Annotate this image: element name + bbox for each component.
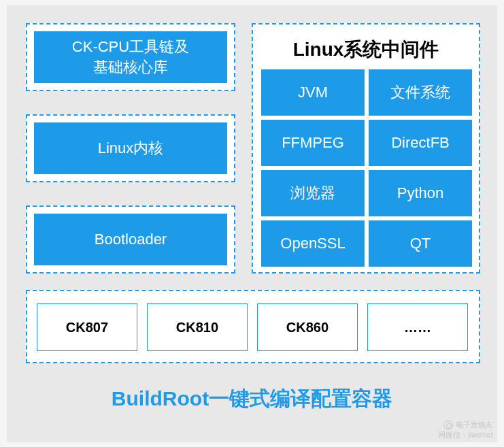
chips-container: CK807 CK810 CK860 …… — [26, 290, 480, 363]
bootloader-block: Bootloader — [34, 214, 227, 265]
watermark-line2: 网微信：jiweinet — [438, 430, 493, 440]
chip-ck810: CK810 — [147, 303, 248, 351]
toolchain-block: CK-CPU工具链及 基础核心库 — [34, 31, 227, 83]
watermark-line1: 电子发烧友 — [456, 420, 493, 429]
watermark: 电子发烧友 网微信：jiweinet — [438, 420, 493, 440]
middleware-title: Linux系统中间件 — [253, 37, 479, 63]
middleware-cell-qt: QT — [369, 220, 472, 267]
middleware-container: Linux系统中间件 JVM 文件系统 FFMPEG DirectFB 浏览器 … — [252, 23, 480, 274]
middleware-cell-openssl: OpenSSL — [261, 220, 365, 267]
kernel-container: Linux内核 — [26, 114, 235, 182]
diagram-canvas: CK-CPU工具链及 基础核心库 Linux内核 Bootloader Linu… — [7, 5, 497, 442]
middleware-cell-python: Python — [369, 170, 472, 216]
footer-title: BuildRoot一键式编译配置容器 — [7, 385, 497, 413]
watermark-logo-icon — [443, 420, 453, 430]
middleware-cell-jvm: JVM — [261, 69, 365, 116]
chip-ck807: CK807 — [37, 303, 137, 351]
middleware-cell-directfb: DirectFB — [369, 120, 472, 166]
chip-more: …… — [367, 303, 468, 351]
middleware-cell-browser: 浏览器 — [261, 170, 365, 216]
kernel-block: Linux内核 — [34, 122, 227, 174]
chip-ck860: CK860 — [257, 303, 358, 351]
middleware-cell-ffmpeg: FFMPEG — [261, 120, 365, 166]
middleware-cell-filesys: 文件系统 — [369, 69, 472, 116]
bootloader-container: Bootloader — [26, 205, 235, 274]
toolchain-container: CK-CPU工具链及 基础核心库 — [26, 23, 235, 91]
